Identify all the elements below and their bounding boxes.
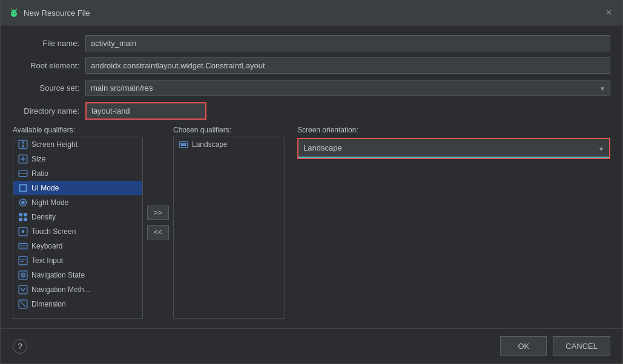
chosen-qualifiers-title: Chosen qualifiers: — [173, 126, 285, 134]
svg-rect-26 — [19, 256, 27, 265]
qualifier-density-label: Density — [31, 213, 56, 221]
svg-point-16 — [21, 201, 25, 204]
qualifier-text-input[interactable]: Text Input — [13, 253, 142, 268]
available-qualifiers-list[interactable]: Screen Height Size — [13, 137, 143, 319]
directory-name-row: Directory name: — [13, 102, 610, 120]
qualifier-navigation-meth-label: Navigation Meth... — [31, 285, 90, 294]
svg-point-5 — [15, 13, 16, 15]
file-name-row: File name: — [13, 35, 610, 51]
qualifier-navigation-state[interactable]: Navigation State — [13, 268, 142, 282]
title-bar: New Resource File × — [1, 1, 622, 25]
directory-name-input[interactable] — [85, 102, 206, 120]
screen-orientation-label: Screen orientation: — [297, 126, 610, 134]
help-button[interactable]: ? — [13, 339, 27, 354]
qualifier-touch-screen[interactable]: Touch Screen — [13, 224, 142, 239]
dimension-icon — [18, 299, 28, 309]
root-element-row: Root element: — [13, 57, 610, 74]
qualifier-ratio-label: Ratio — [31, 169, 48, 178]
chosen-qualifiers-list[interactable]: Landscape — [173, 137, 285, 319]
size-icon — [18, 154, 28, 164]
svg-point-4 — [13, 13, 14, 15]
qualifier-ratio[interactable]: Ratio — [13, 166, 142, 181]
svg-rect-37 — [180, 143, 186, 146]
main-area: Available qualifiers: Screen Height — [13, 126, 610, 319]
qualifier-ui-mode-label: UI Mode — [31, 184, 59, 192]
chosen-landscape-label: Landscape — [192, 140, 228, 149]
screen-height-icon — [18, 140, 28, 149]
source-set-select-wrapper: main src/main/res — [85, 80, 610, 96]
ok-button[interactable]: OK — [500, 336, 547, 356]
file-name-label: File name: — [13, 39, 79, 48]
svg-rect-19 — [19, 218, 22, 221]
qualifier-navigation-meth[interactable]: Navigation Meth... — [13, 282, 142, 297]
qualifier-keyboard-label: Keyboard — [31, 242, 62, 250]
qualifier-ui-mode[interactable]: UI Mode — [13, 181, 142, 195]
ratio-icon — [18, 169, 28, 178]
file-name-input[interactable] — [85, 35, 610, 51]
keyboard-icon — [18, 241, 28, 251]
touch-screen-icon — [18, 227, 28, 236]
qualifier-navigation-state-label: Navigation State — [31, 271, 85, 279]
android-icon — [9, 8, 19, 18]
navigation-meth-icon — [18, 285, 28, 294]
qualifier-screen-height[interactable]: Screen Height — [13, 137, 142, 152]
svg-line-3 — [16, 9, 17, 10]
screen-orientation-select-wrapper: Landscape Portrait Square — [297, 138, 610, 159]
qualifier-dimension[interactable]: Dimension — [13, 297, 142, 311]
ui-mode-icon — [18, 183, 28, 193]
svg-rect-23 — [19, 243, 27, 249]
svg-point-22 — [22, 230, 25, 233]
svg-rect-14 — [20, 185, 25, 190]
text-input-icon — [18, 256, 28, 265]
svg-rect-20 — [24, 218, 27, 221]
root-element-input[interactable] — [85, 57, 610, 74]
qualifier-size[interactable]: Size — [13, 152, 142, 166]
source-set-row: Source set: main src/main/res — [13, 80, 610, 96]
dialog-content: File name: Root element: Source set: mai… — [1, 25, 622, 328]
dialog-title: New Resource File — [24, 8, 90, 18]
qualifier-night-mode-label: Night Mode — [31, 198, 68, 207]
svg-rect-33 — [19, 285, 27, 294]
qualifier-density[interactable]: Density — [13, 210, 142, 224]
arrows-panel: >> << — [143, 126, 173, 319]
source-set-label: Source set: — [13, 83, 79, 93]
svg-rect-17 — [19, 213, 22, 216]
navigation-state-icon — [18, 270, 28, 280]
root-element-label: Root element: — [13, 61, 79, 70]
dialog-footer: ? OK CANCEL — [1, 328, 622, 363]
cancel-button[interactable]: CANCEL — [553, 336, 610, 356]
close-button[interactable]: × — [604, 7, 614, 19]
add-qualifier-button[interactable]: >> — [147, 206, 169, 220]
density-icon — [18, 212, 28, 222]
available-qualifiers-title: Available qualifiers: — [13, 126, 143, 134]
qualifier-dimension-label: Dimension — [31, 300, 66, 308]
source-set-select[interactable]: main src/main/res — [85, 80, 610, 96]
new-resource-file-dialog: New Resource File × File name: Root elem… — [0, 0, 623, 364]
qualifier-touch-screen-label: Touch Screen — [31, 227, 76, 236]
chosen-qualifiers-panel: Chosen qualifiers: Landscape — [173, 126, 285, 319]
svg-line-35 — [20, 301, 25, 307]
night-mode-icon — [18, 198, 28, 207]
title-bar-left: New Resource File — [9, 8, 90, 18]
svg-rect-18 — [24, 213, 27, 216]
chosen-landscape[interactable]: Landscape — [174, 137, 285, 152]
svg-point-0 — [11, 11, 17, 17]
options-panel: Screen orientation: Landscape Portrait S… — [285, 126, 610, 319]
qualifier-screen-height-label: Screen Height — [31, 140, 77, 149]
svg-line-2 — [12, 9, 13, 10]
directory-name-label: Directory name: — [13, 106, 79, 115]
available-qualifiers-panel: Available qualifiers: Screen Height — [13, 126, 143, 319]
qualifier-text-input-label: Text Input — [31, 256, 63, 265]
landscape-icon — [179, 140, 188, 149]
qualifier-keyboard[interactable]: Keyboard — [13, 239, 142, 253]
remove-qualifier-button[interactable]: << — [147, 225, 169, 239]
screen-orientation-select[interactable]: Landscape Portrait Square — [298, 139, 609, 158]
qualifier-night-mode[interactable]: Night Mode — [13, 195, 142, 210]
footer-buttons: OK CANCEL — [500, 336, 610, 356]
qualifier-size-label: Size — [31, 155, 45, 163]
